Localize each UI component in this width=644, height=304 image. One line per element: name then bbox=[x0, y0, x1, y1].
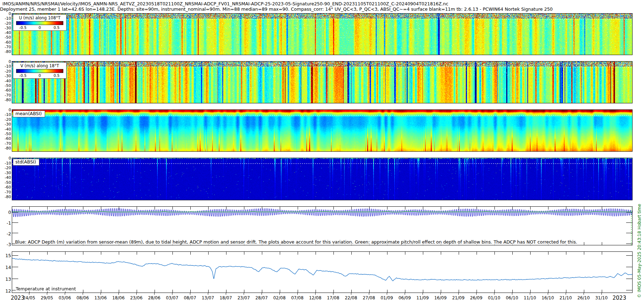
panel-v-velocity: V (m/s) along 18°T -0.500.5 0-10-20-30-4… bbox=[12, 61, 633, 103]
mean-absi-y-axis: 0-10-20-30-40-50-60-70-80 bbox=[0, 110, 11, 151]
y-tick-label: -50 bbox=[5, 35, 11, 39]
y-tick-label: -60 bbox=[5, 40, 11, 44]
x-tick-label: 01/09 bbox=[377, 295, 397, 300]
panel-std-absi: std(ABSI) 0-10-20-30-40-50-60-70-80 bbox=[12, 158, 633, 200]
figure-title-line2: Deployment 25, member 1 lat=42.6S lon=14… bbox=[0, 6, 495, 12]
x-tick-mark bbox=[172, 293, 172, 295]
x-tick-label: 27/08 bbox=[359, 295, 379, 300]
x-tick-label: 13/06 bbox=[91, 295, 111, 300]
x-tick-mark bbox=[83, 293, 83, 295]
x-tick-mark bbox=[262, 293, 262, 295]
y-tick-label: -10 bbox=[5, 113, 11, 117]
x-tick-label: 07/08 bbox=[287, 295, 307, 300]
panel-u-velocity: U (m/s) along 108°T -0.500.5 0-10-20-30-… bbox=[12, 13, 633, 55]
year-label-right: 2023 bbox=[613, 295, 626, 301]
y-tick-label: -30 bbox=[5, 26, 11, 30]
u-colorbar-ticks: -0.500.5 bbox=[16, 25, 63, 30]
x-tick-mark bbox=[494, 293, 494, 295]
y-tick-label: -60 bbox=[5, 185, 11, 189]
y-tick-label: -40 bbox=[5, 127, 11, 131]
panel-depth-variation: Blue: ADCP Depth (m) variation from sens… bbox=[12, 206, 633, 245]
y-tick-label: 0 bbox=[9, 156, 11, 160]
x-tick-label: 08/06 bbox=[73, 295, 93, 300]
depth-variation-y-axis: 0-1-2-3 bbox=[0, 207, 11, 245]
std-absi-label: std(ABSI) bbox=[13, 159, 39, 166]
temperature-y-axis: 15141312 bbox=[0, 252, 11, 293]
x-tick-mark bbox=[315, 293, 316, 295]
y-tick-label: 13 bbox=[5, 277, 11, 281]
temperature-plot bbox=[12, 252, 632, 293]
y-tick-label: -70 bbox=[5, 45, 11, 49]
x-tick-label: 26/10 bbox=[574, 295, 594, 300]
y-tick-label: -30 bbox=[5, 171, 11, 175]
v-colorbar-ticks: -0.500.5 bbox=[16, 73, 63, 78]
x-tick-label: 03/07 bbox=[162, 295, 182, 300]
x-tick-label: 17/08 bbox=[323, 295, 343, 300]
x-tick-mark bbox=[566, 293, 566, 295]
y-tick-label: -30 bbox=[5, 122, 11, 126]
x-tick-label: 31/10 bbox=[591, 295, 611, 300]
date-axis: 202324/0529/0503/0608/0613/0618/0623/062… bbox=[0, 293, 644, 304]
x-tick-mark bbox=[601, 293, 602, 295]
y-tick-label: -1 bbox=[7, 221, 11, 225]
x-tick-mark bbox=[226, 293, 226, 295]
x-tick-mark bbox=[333, 293, 333, 295]
x-tick-label: 02/08 bbox=[269, 295, 289, 300]
y-tick-label: -20 bbox=[5, 166, 11, 170]
u-colorbar-gradient bbox=[16, 21, 63, 25]
x-tick-mark bbox=[512, 293, 512, 295]
copyright-watermark: © IMOS 05-May-2025 20:43:18 Hobart time bbox=[637, 204, 642, 298]
x-tick-mark bbox=[530, 293, 530, 295]
x-tick-mark bbox=[65, 293, 65, 295]
x-tick-mark bbox=[279, 293, 280, 295]
std-absi-heatmap bbox=[12, 158, 632, 200]
y-tick-label: -80 bbox=[5, 146, 11, 150]
x-tick-label: 03/06 bbox=[55, 295, 75, 300]
u-velocity-heatmap bbox=[12, 14, 632, 55]
x-tick-label: 22/08 bbox=[341, 295, 361, 300]
y-tick-label: -60 bbox=[5, 88, 11, 92]
y-tick-label: 0 bbox=[8, 210, 11, 215]
x-tick-mark bbox=[101, 293, 101, 295]
x-tick-mark bbox=[190, 293, 190, 295]
y-tick-label: -80 bbox=[5, 50, 11, 54]
y-tick-label: -20 bbox=[5, 21, 11, 25]
colorbar-tick-label: 0 bbox=[39, 73, 41, 78]
y-tick-label: -40 bbox=[5, 79, 11, 83]
x-tick-label: 12/08 bbox=[305, 295, 325, 300]
y-tick-label: 14 bbox=[5, 265, 11, 270]
temperature-label: Temperature at instrument bbox=[16, 286, 76, 291]
x-tick-mark bbox=[351, 293, 351, 295]
y-tick-label: -60 bbox=[5, 137, 11, 141]
x-tick-mark bbox=[369, 293, 369, 295]
x-tick-label: 28/06 bbox=[144, 295, 164, 300]
v-velocity-heatmap bbox=[12, 62, 632, 103]
v-colorbar-gradient bbox=[16, 69, 63, 73]
mean-absi-label: mean(ABSI) bbox=[13, 111, 45, 117]
x-tick-label: 08/07 bbox=[180, 295, 200, 300]
x-tick-mark bbox=[297, 293, 298, 295]
colorbar-tick-label: 0.5 bbox=[54, 25, 60, 30]
y-tick-label: -50 bbox=[5, 84, 11, 88]
x-tick-mark bbox=[154, 293, 155, 295]
x-tick-mark bbox=[548, 293, 548, 295]
panel-mean-absi: mean(ABSI) 0-10-20-30-40-50-60-70-80 bbox=[12, 109, 633, 152]
x-tick-label: 16/10 bbox=[538, 295, 558, 300]
x-tick-mark bbox=[387, 293, 387, 295]
x-tick-mark bbox=[584, 293, 584, 295]
x-tick-mark bbox=[47, 293, 47, 295]
figure-root: IMOS/ANMN/NRS/NRSMAI/Velocity/IMOS_ANMN-… bbox=[0, 0, 644, 304]
x-tick-label: 23/07 bbox=[234, 295, 254, 300]
y-tick-label: -10 bbox=[5, 64, 11, 68]
y-tick-label: -70 bbox=[5, 190, 11, 194]
u-panel-y-axis: 0-10-20-30-40-50-60-70-80 bbox=[0, 14, 11, 55]
x-tick-label: 11/09 bbox=[413, 295, 433, 300]
x-tick-label: 23/06 bbox=[126, 295, 146, 300]
x-tick-mark bbox=[244, 293, 244, 295]
y-tick-label: -70 bbox=[5, 93, 11, 97]
x-tick-label: 06/09 bbox=[395, 295, 415, 300]
colorbar-tick-label: 0 bbox=[39, 25, 41, 30]
std-absi-y-axis: 0-10-20-30-40-50-60-70-80 bbox=[0, 158, 11, 200]
figure-title-line1: IMOS/ANMN/NRS/NRSMAI/Velocity/IMOS_ANMN-… bbox=[0, 1, 451, 6]
x-tick-label: 21/09 bbox=[448, 295, 468, 300]
